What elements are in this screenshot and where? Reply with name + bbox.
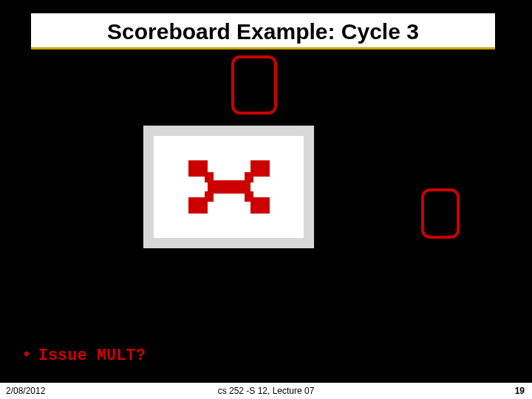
footer-page-number: 19 xyxy=(515,386,525,396)
footer-bar: 2/08/2012 cs 252 -S 12, Lecture 07 19 xyxy=(0,383,532,399)
highlight-box-top xyxy=(231,55,277,115)
broken-image-placeholder xyxy=(136,118,339,273)
title-bar: Scoreboard Example: Cycle 3 xyxy=(31,13,495,50)
bullet-item: •Issue MULT? xyxy=(24,347,146,365)
slide-title: Scoreboard Example: Cycle 3 xyxy=(31,13,495,47)
placeholder-inner xyxy=(143,126,314,248)
highlight-box-right xyxy=(421,188,460,239)
broken-image-icon xyxy=(188,160,270,214)
placeholder-canvas xyxy=(154,136,304,238)
bullet-marker: • xyxy=(24,344,30,364)
footer-date: 2/08/2012 xyxy=(6,386,45,396)
bullet-text: Issue MULT? xyxy=(38,347,146,365)
footer-center: cs 252 -S 12, Lecture 07 xyxy=(218,386,315,396)
